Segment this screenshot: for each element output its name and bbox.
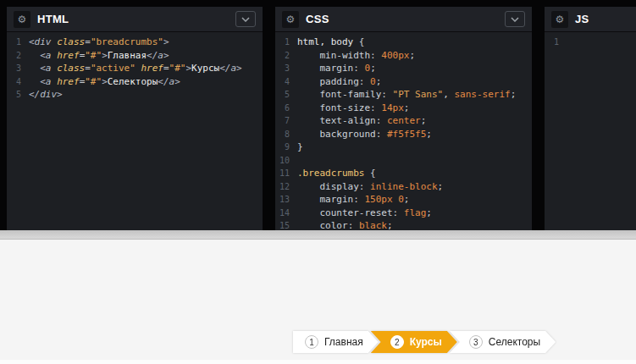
css-settings-button[interactable]: ⚙ — [282, 11, 299, 28]
code-token: : — [353, 194, 364, 205]
code-token — [297, 76, 320, 87]
code-token — [297, 89, 320, 100]
breadcrumb-item-2[interactable]: 2Курсы — [371, 331, 457, 353]
code-token — [29, 50, 40, 61]
code-token: class — [57, 63, 85, 74]
code-line: 2 min-width: 400px; — [275, 49, 532, 63]
code-token — [297, 129, 320, 140]
line-number: 14 — [275, 207, 297, 220]
code-line: 5 font-family: "PT Sans", sans-serif; — [275, 88, 532, 102]
code-line: 4 <a href="#">Селекторы</a> — [7, 75, 263, 89]
code-token — [29, 63, 40, 74]
code-token: ; — [370, 63, 376, 74]
html-panel-header: ⚙ HTML — [7, 7, 263, 32]
code-token: : — [359, 76, 370, 87]
breadcrumb-number: 1 — [305, 335, 318, 349]
code-token: ; — [376, 76, 382, 87]
code-token: Главная — [108, 50, 147, 61]
code-token: 0 — [370, 76, 376, 87]
line-number: 7 — [275, 114, 297, 128]
code-line-content: min-width: 400px; — [297, 49, 415, 63]
line-number: 1 — [275, 36, 297, 49]
line-number: 5 — [275, 88, 297, 102]
html-panel-title: HTML — [37, 13, 69, 25]
code-token: </a> — [147, 50, 169, 61]
code-token: </div> — [29, 89, 63, 100]
code-token: , — [443, 89, 454, 100]
code-token: } — [297, 141, 303, 152]
code-line: 3 <a class="active" href="#">Курсы</a> — [7, 62, 263, 75]
code-token: min-width — [320, 50, 371, 61]
html-settings-button[interactable]: ⚙ — [14, 11, 30, 28]
code-token: center — [387, 115, 421, 126]
code-token: #f5f5f5 — [387, 129, 426, 140]
code-token: background — [320, 129, 376, 140]
line-number: 8 — [275, 128, 297, 141]
code-line-content: <a href="#">Главная</a> — [29, 49, 169, 63]
css-code-editor[interactable]: 1html, body {2 min-width: 400px;3 margin… — [275, 32, 532, 230]
breadcrumb-label: Курсы — [410, 336, 442, 348]
code-token — [297, 194, 320, 205]
panel-resizer[interactable] — [0, 230, 636, 240]
gear-icon: ⚙ — [286, 14, 296, 25]
html-code-editor[interactable]: 1<div class="breadcrumbs">2 <a href="#">… — [7, 32, 263, 230]
code-token: ; — [426, 207, 432, 218]
preview-pane: 1Главная2Курсы3Селекторы — [0, 240, 636, 364]
line-number: 2 — [275, 49, 297, 63]
code-line-content: <a href="#">Селекторы</a> — [29, 75, 180, 89]
editors-row: ⚙ HTML 1<div class="breadcrumbs">2 <a hr… — [0, 0, 636, 230]
code-line-content: <a class="active" href="#">Курсы</a> — [29, 62, 242, 75]
code-token: "#" — [85, 50, 102, 61]
js-panel: ⚙ JS 1 — [545, 7, 636, 230]
code-token: <a — [40, 50, 51, 61]
line-number: 12 — [275, 180, 297, 194]
line-number: 4 — [7, 75, 29, 89]
code-token: font-family — [320, 89, 382, 100]
html-collapse-button[interactable] — [235, 11, 256, 27]
code-line: 10 — [275, 154, 532, 168]
code-token: "#" — [85, 76, 102, 87]
code-token: "breadcrumbs" — [91, 36, 163, 47]
code-line: 3 margin: 0; — [275, 62, 532, 75]
code-token: = — [85, 36, 91, 47]
code-token: ; — [511, 89, 517, 100]
code-line-content: font-family: "PT Sans", sans-serif; — [297, 88, 516, 102]
code-token: <a — [40, 63, 51, 74]
code-line: 13 margin: 150px 0; — [275, 193, 532, 207]
code-token: { — [353, 36, 364, 47]
line-number: 4 — [275, 75, 297, 89]
code-line-content: color: black; — [297, 219, 393, 230]
code-line-content: margin: 0; — [297, 62, 376, 75]
code-line: 12 display: inline-block; — [275, 180, 532, 194]
css-panel-title: CSS — [306, 13, 329, 25]
code-token: "#" — [169, 63, 186, 74]
code-token: 150px 0 — [365, 194, 404, 205]
code-line-content: html, body { — [297, 36, 364, 49]
line-number: 3 — [7, 62, 29, 75]
code-token: inline-block — [370, 181, 437, 192]
line-number: 11 — [275, 167, 297, 180]
code-token: class — [57, 36, 85, 47]
breadcrumb-item-3[interactable]: 3Селекторы — [450, 331, 556, 353]
js-settings-button[interactable]: ⚙ — [551, 11, 568, 28]
code-token — [297, 63, 320, 74]
code-line: 8 background: #f5f5f5; — [275, 128, 532, 141]
code-token: margin — [320, 63, 354, 74]
code-line-content: background: #f5f5f5; — [297, 128, 432, 141]
code-token — [297, 181, 320, 192]
code-token: { — [364, 168, 375, 179]
js-code-editor[interactable]: 1 — [545, 32, 636, 230]
code-line: 9} — [275, 141, 532, 154]
css-collapse-button[interactable] — [505, 11, 525, 27]
breadcrumb-item-1[interactable]: 1Главная — [293, 331, 379, 353]
code-line: 7 text-align: center; — [275, 114, 532, 128]
code-line: 1 — [545, 36, 636, 49]
code-token: color — [320, 220, 348, 230]
code-token: black — [359, 220, 387, 230]
code-token: ; — [421, 115, 427, 126]
code-token: ; — [438, 181, 444, 192]
line-number: 10 — [275, 154, 297, 168]
code-token: : — [353, 63, 364, 74]
html-panel: ⚙ HTML 1<div class="breadcrumbs">2 <a hr… — [7, 7, 263, 230]
code-line-content: counter-reset: flag; — [297, 207, 432, 220]
